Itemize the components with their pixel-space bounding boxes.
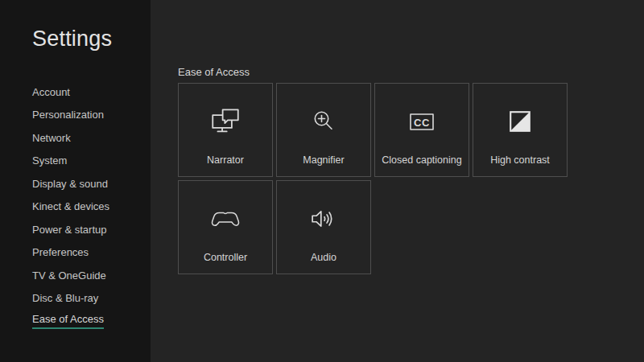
- high-contrast-icon: [509, 110, 531, 133]
- sidebar-item-account[interactable]: Account: [32, 80, 109, 104]
- sidebar-item-display-sound[interactable]: Display & sound: [32, 172, 109, 195]
- controller-icon: [210, 181, 241, 252]
- sidebar-item-power-startup[interactable]: Power & startup: [32, 218, 109, 241]
- sidebar-item-label: Display & sound: [32, 178, 108, 190]
- sidebar-item-personalization[interactable]: Personalization: [32, 104, 109, 127]
- narrator-icon: [211, 108, 240, 135]
- tile-narrator[interactable]: Narrator: [178, 83, 273, 177]
- tile-label: Magnifier: [303, 154, 344, 176]
- sidebar-item-label: Kinect & devices: [32, 200, 109, 212]
- sidebar-item-network[interactable]: Network: [32, 126, 109, 150]
- sidebar-nav: Account Personalization Network System D…: [32, 80, 109, 333]
- magnifier-icon: [311, 109, 336, 134]
- sidebar-item-label: Network: [32, 132, 71, 144]
- sidebar: Settings Account Personalization Network…: [0, 0, 151, 362]
- tile-audio[interactable]: Audio: [276, 180, 371, 274]
- sidebar-item-tv-oneguide[interactable]: TV & OneGuide: [32, 264, 109, 287]
- sidebar-item-label: Disc & Blu-ray: [32, 292, 98, 304]
- sidebar-item-label: Power & startup: [32, 224, 107, 236]
- sidebar-item-label: Preferences: [32, 246, 89, 258]
- sidebar-item-ease-of-access[interactable]: Ease of Access: [32, 310, 109, 333]
- sidebar-item-label: TV & OneGuide: [32, 269, 106, 282]
- tile-label: Controller: [204, 252, 247, 274]
- section-title: Ease of Access: [178, 66, 250, 78]
- tile-controller[interactable]: Controller: [178, 180, 273, 274]
- tile-label: Narrator: [207, 154, 244, 176]
- tile-magnifier[interactable]: Magnifier: [276, 83, 371, 177]
- audio-icon: [311, 181, 336, 252]
- tile-label: Audio: [311, 252, 336, 274]
- tile-label: Closed captioning: [382, 154, 461, 176]
- sidebar-item-label: Ease of Access: [32, 313, 104, 329]
- closed-captioning-icon: CC: [410, 84, 434, 154]
- audio-icon: [311, 208, 336, 230]
- sidebar-item-preferences[interactable]: Preferences: [32, 241, 109, 265]
- tile-grid: Narrator Magnifier: [178, 83, 568, 274]
- page-title: Settings: [32, 27, 112, 51]
- sidebar-item-label: Account: [32, 86, 70, 98]
- cc-glyph: CC: [414, 116, 430, 128]
- tile-label: High contrast: [490, 154, 550, 176]
- settings-screen: Settings Account Personalization Network…: [0, 0, 644, 362]
- high-contrast-icon: [509, 84, 531, 154]
- tile-closed-captioning[interactable]: CC Closed captioning: [374, 83, 469, 177]
- sidebar-item-disc-bluray[interactable]: Disc & Blu-ray: [32, 287, 109, 311]
- sidebar-item-label: System: [32, 154, 67, 167]
- main-content: Ease of Access Narrator: [151, 0, 644, 362]
- controller-icon: [210, 209, 241, 229]
- tile-high-contrast[interactable]: High contrast: [473, 83, 568, 177]
- closed-captioning-icon: CC: [410, 113, 434, 130]
- magnifier-icon: [311, 84, 336, 154]
- narrator-icon: [211, 84, 240, 154]
- sidebar-item-kinect-devices[interactable]: Kinect & devices: [32, 195, 109, 219]
- sidebar-item-system[interactable]: System: [32, 150, 109, 173]
- sidebar-item-label: Personalization: [32, 109, 104, 121]
